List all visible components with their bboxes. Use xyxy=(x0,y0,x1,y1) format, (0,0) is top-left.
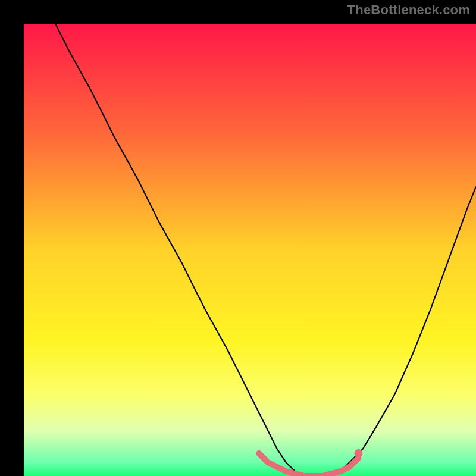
highlight-marker xyxy=(354,449,362,458)
watermark-label: TheBottleneck.com xyxy=(347,2,470,18)
chart-frame xyxy=(12,12,464,464)
bottleneck-chart xyxy=(24,24,476,476)
